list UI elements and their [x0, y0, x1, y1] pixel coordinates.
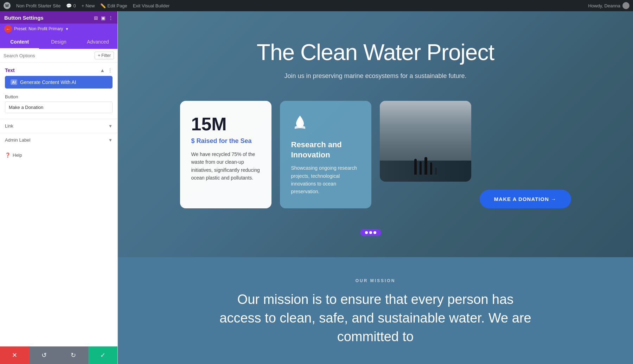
link-label: Link — [5, 123, 13, 129]
wp-logo-icon[interactable]: W — [4, 2, 11, 9]
page-preview: The Clean Water Project Join us in prese… — [118, 11, 633, 364]
admin-bar: W Non Profit Starter Site 💬 0 + New ✏️ E… — [0, 0, 633, 11]
stat-card: 15M $ Raised for the Sea We have recycle… — [180, 101, 271, 208]
sidebar-header: Button Settings ⊞ ▣ ⋮ — [0, 11, 117, 24]
sidebar-bottom: ✕ ↺ ↻ ✓ — [0, 346, 117, 364]
help-row[interactable]: ❓ Help — [0, 147, 117, 163]
exit-builder-label: Exit Visual Builder — [133, 3, 170, 8]
help-icon: ❓ — [5, 152, 11, 158]
admin-label-text: Admin Label — [5, 137, 30, 143]
section-more-icon[interactable]: ⋮ — [108, 67, 113, 73]
main-layout: Button Settings ⊞ ▣ ⋮ ← Preset: Non Prof… — [0, 11, 633, 364]
sidebar-content: Text ▲ ⋮ AI Generate Content With AI But… — [0, 63, 117, 346]
avatar — [622, 2, 629, 9]
edit-icon: ✏️ — [100, 3, 106, 8]
comment-icon: 💬 — [66, 3, 72, 8]
mission-text: Our mission is to ensure that every pers… — [217, 290, 534, 346]
preset-chevron-icon: ▼ — [65, 27, 69, 31]
card-image-inner — [380, 101, 471, 182]
redo-button[interactable]: ↻ — [59, 346, 88, 364]
save-button[interactable]: ✓ — [88, 346, 118, 364]
button-text-input[interactable] — [5, 102, 113, 113]
ai-icon: AI — [11, 79, 17, 85]
donate-section: MAKE A DONATION → — [480, 101, 571, 208]
howdy-section: Howdy, Deanna — [588, 2, 629, 9]
filter-button[interactable]: + Filter — [95, 52, 114, 59]
cancel-button[interactable]: ✕ — [0, 346, 30, 364]
sidebar-tabs: Content Design Advanced — [0, 35, 117, 49]
new-link[interactable]: + New — [82, 3, 95, 8]
ai-generate-button[interactable]: AI Generate Content With AI — [5, 76, 113, 89]
filter-label: Filter — [101, 53, 111, 58]
text-section-title: Text — [5, 67, 15, 73]
exit-builder-link[interactable]: Exit Visual Builder — [133, 3, 170, 8]
comment-count: 0 — [73, 3, 76, 8]
redo-icon: ↻ — [71, 351, 76, 359]
tab-content[interactable]: Content — [0, 35, 39, 49]
text-section-icons: ▲ ⋮ — [100, 67, 113, 73]
chat-dot-1 — [365, 231, 368, 234]
admin-label-chevron-icon: ▼ — [108, 138, 113, 143]
hero-section: The Clean Water Project Join us in prese… — [118, 11, 633, 257]
chat-dot-2 — [369, 231, 372, 234]
back-arrow-icon[interactable]: ← — [4, 25, 12, 33]
undo-button[interactable]: ↺ — [30, 346, 59, 364]
tab-advanced[interactable]: Advanced — [78, 35, 117, 49]
text-section-header: Text ▲ ⋮ — [0, 63, 117, 76]
water-drop-icon — [291, 113, 360, 134]
donate-btn-label: MAKE A DONATION → — [494, 196, 556, 202]
filter-icon: + — [98, 53, 100, 58]
search-input[interactable] — [4, 53, 92, 58]
columns-icon[interactable]: ⊞ — [94, 15, 98, 21]
link-section[interactable]: Link ▼ — [0, 119, 117, 133]
make-donation-button[interactable]: MAKE A DONATION → — [480, 190, 571, 208]
admin-label-section[interactable]: Admin Label ▼ — [0, 133, 117, 147]
card-stat-subtitle: $ Raised for the Sea — [191, 137, 260, 145]
sidebar-header-icons: ⊞ ▣ ⋮ — [94, 15, 113, 21]
layout-icon[interactable]: ▣ — [101, 15, 106, 21]
undo-icon: ↺ — [41, 351, 47, 359]
help-label: Help — [13, 152, 22, 158]
new-label: New — [85, 3, 95, 8]
comments-link[interactable]: 💬 0 — [66, 3, 76, 8]
button-field-label: Button — [0, 94, 117, 102]
sidebar-title: Button Settings — [4, 15, 44, 21]
edit-page-label: Edit Page — [107, 3, 127, 8]
preset-row: ← Preset: Non Profit Primary ▼ — [0, 24, 117, 35]
ai-btn-label: Generate Content With AI — [20, 79, 76, 85]
card-research-title: Research and Innovation — [291, 140, 360, 160]
hero-subtitle: Join us in preserving marine ecosystems … — [139, 72, 612, 80]
cards-row: 15M $ Raised for the Sea We have recycle… — [139, 101, 612, 208]
site-name[interactable]: Non Profit Starter Site — [16, 3, 60, 8]
sidebar: Button Settings ⊞ ▣ ⋮ ← Preset: Non Prof… — [0, 11, 118, 364]
mission-label: OUR MISSION — [139, 278, 612, 283]
card-stat-number: 15M — [191, 113, 260, 135]
hero-title: The Clean Water Project — [139, 39, 612, 65]
tab-design[interactable]: Design — [39, 35, 78, 49]
save-icon: ✓ — [100, 351, 106, 359]
chat-bubble — [360, 229, 381, 236]
image-card — [380, 101, 471, 182]
cancel-icon: ✕ — [12, 351, 17, 359]
mission-section: OUR MISSION Our mission is to ensure tha… — [118, 257, 633, 364]
sidebar-search: + Filter — [0, 49, 117, 63]
chat-dot-3 — [373, 231, 376, 234]
collapse-icon[interactable]: ▲ — [100, 67, 105, 73]
card-research-text: Showcasing ongoing research projects, te… — [291, 164, 360, 196]
preset-label: Preset: Non Profit Primary — [14, 26, 63, 31]
link-chevron-icon: ▼ — [108, 124, 113, 129]
research-card: Research and Innovation Showcasing ongoi… — [280, 101, 371, 208]
site-name-label: Non Profit Starter Site — [16, 3, 60, 8]
more-icon[interactable]: ⋮ — [108, 15, 113, 21]
howdy-label: Howdy, Deanna — [588, 3, 620, 8]
plus-icon: + — [82, 3, 84, 8]
edit-page-link[interactable]: ✏️ Edit Page — [100, 3, 127, 8]
card-stat-text: We have recycled 75% of the waste from o… — [191, 150, 260, 182]
hero-content: The Clean Water Project Join us in prese… — [139, 39, 612, 208]
